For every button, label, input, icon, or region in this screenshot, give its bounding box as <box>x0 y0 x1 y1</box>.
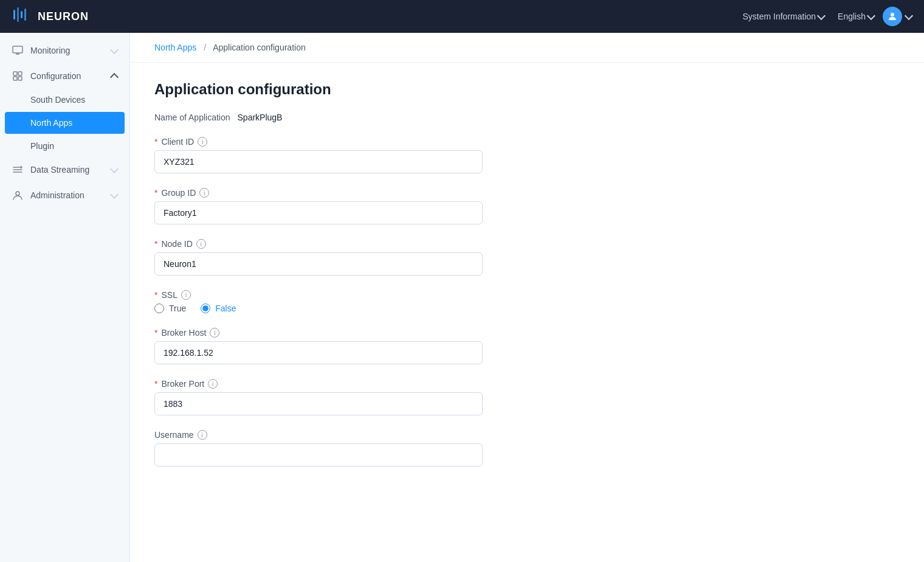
header-right-area: System Information English <box>737 7 912 26</box>
username-input[interactable] <box>154 443 483 467</box>
app-name-label: Name of Application <box>154 113 230 122</box>
node-id-info-icon[interactable]: i <box>196 239 206 249</box>
ssl-field: * SSL i True False <box>154 290 653 313</box>
administration-label: Administration <box>30 190 84 200</box>
node-id-field: * Node ID i <box>154 239 653 276</box>
ssl-true-radio[interactable] <box>154 304 164 313</box>
page-title: Application configuration <box>154 81 653 98</box>
breadcrumb: North Apps / Application configuration <box>130 33 924 63</box>
ssl-required: * <box>154 290 157 300</box>
broker-port-label: Broker Port <box>161 379 204 389</box>
system-info-label: System Information <box>742 12 816 21</box>
ssl-info-icon[interactable]: i <box>181 290 191 300</box>
svg-rect-7 <box>18 72 22 75</box>
username-label: Username <box>154 430 194 440</box>
header-logo-area: NEURON <box>12 6 89 27</box>
monitor-icon <box>12 45 23 56</box>
data-streaming-label: Data Streaming <box>30 165 89 175</box>
broker-port-info-icon[interactable]: i <box>208 379 218 389</box>
config-icon <box>12 71 23 82</box>
svg-rect-1 <box>17 7 19 22</box>
group-id-label-row: * Group ID i <box>154 188 653 198</box>
client-id-label-row: * Client ID i <box>154 137 653 147</box>
svg-rect-2 <box>21 11 22 18</box>
language-button[interactable]: English <box>833 9 879 24</box>
south-devices-label: South Devices <box>30 95 85 105</box>
main-content: North Apps / Application configuration A… <box>130 33 924 562</box>
client-id-label: Client ID <box>161 137 194 147</box>
node-id-label-row: * Node ID i <box>154 239 653 249</box>
broker-host-input[interactable] <box>154 341 483 364</box>
node-id-input[interactable] <box>154 252 483 276</box>
sidebar-item-monitoring[interactable]: Monitoring <box>0 38 129 63</box>
system-info-button[interactable]: System Information <box>737 9 829 24</box>
svg-point-4 <box>891 13 894 16</box>
sidebar-monitoring-left: Monitoring <box>12 45 70 56</box>
sidebar: Monitoring Configuration South Devices <box>0 33 130 562</box>
username-info-icon[interactable]: i <box>198 430 207 440</box>
language-label: English <box>838 12 866 21</box>
username-field: Username i <box>154 430 653 467</box>
app-name-row: Name of Application SparkPlugB <box>154 113 653 122</box>
sidebar-data-left: Data Streaming <box>12 164 89 175</box>
group-id-field: * Group ID i <box>154 188 653 224</box>
data-streaming-icon <box>12 164 23 175</box>
ssl-true-option[interactable]: True <box>154 304 186 313</box>
sidebar-item-south-devices[interactable]: South Devices <box>0 89 129 111</box>
broker-port-input[interactable] <box>154 392 483 415</box>
ssl-true-label: True <box>169 304 186 313</box>
app-name-value: SparkPlugB <box>238 113 283 122</box>
sidebar-config-left: Configuration <box>12 71 81 82</box>
svg-rect-6 <box>13 72 17 75</box>
user-avatar[interactable] <box>883 7 902 26</box>
username-label-row: Username i <box>154 430 653 440</box>
user-menu-chevron-icon[interactable] <box>905 11 913 19</box>
plugin-label: Plugin <box>30 141 54 151</box>
breadcrumb-parent[interactable]: North Apps <box>154 43 196 52</box>
sidebar-item-administration[interactable]: Administration <box>0 182 129 208</box>
broker-port-label-row: * Broker Port i <box>154 379 653 389</box>
broker-host-required: * <box>154 328 157 338</box>
sidebar-item-north-apps[interactable]: North Apps <box>5 112 125 134</box>
administration-icon <box>12 190 23 201</box>
monitoring-label: Monitoring <box>30 46 70 55</box>
logo-text: NEURON <box>38 10 89 23</box>
client-id-info-icon[interactable]: i <box>198 137 207 147</box>
ssl-false-radio[interactable] <box>201 304 210 313</box>
svg-rect-5 <box>13 46 22 53</box>
svg-rect-3 <box>24 9 26 21</box>
form-content: Application configuration Name of Applic… <box>130 63 677 499</box>
ssl-false-label: False <box>215 304 236 313</box>
broker-host-info-icon[interactable]: i <box>210 328 219 338</box>
app-header: NEURON System Information English <box>0 0 924 33</box>
svg-rect-9 <box>18 77 22 80</box>
group-id-required: * <box>154 188 157 198</box>
client-id-required: * <box>154 137 157 147</box>
svg-rect-8 <box>13 77 17 80</box>
sidebar-item-plugin[interactable]: Plugin <box>0 135 129 157</box>
client-id-field: * Client ID i <box>154 137 653 173</box>
configuration-label: Configuration <box>30 71 81 81</box>
data-streaming-chevron-icon <box>110 164 119 173</box>
north-apps-label: North Apps <box>30 118 72 128</box>
group-id-input[interactable] <box>154 201 483 224</box>
admin-chevron-icon <box>110 190 119 198</box>
sidebar-admin-left: Administration <box>12 190 84 201</box>
monitoring-chevron-icon <box>110 45 119 54</box>
broker-host-label: Broker Host <box>161 328 206 338</box>
broker-port-field: * Broker Port i <box>154 379 653 415</box>
ssl-label: SSL <box>161 290 177 300</box>
svg-point-10 <box>16 192 19 195</box>
broker-port-required: * <box>154 379 157 389</box>
group-id-info-icon[interactable]: i <box>199 188 209 198</box>
node-id-label: Node ID <box>161 239 192 249</box>
broker-host-field: * Broker Host i <box>154 328 653 364</box>
logo-icon <box>12 6 32 27</box>
ssl-false-option[interactable]: False <box>201 304 236 313</box>
sidebar-item-data-streaming[interactable]: Data Streaming <box>0 157 129 182</box>
sidebar-item-configuration[interactable]: Configuration <box>0 63 129 89</box>
node-id-required: * <box>154 239 157 249</box>
client-id-input[interactable] <box>154 150 483 173</box>
config-chevron-icon <box>110 72 119 81</box>
main-layout: Monitoring Configuration South Devices <box>0 33 924 562</box>
